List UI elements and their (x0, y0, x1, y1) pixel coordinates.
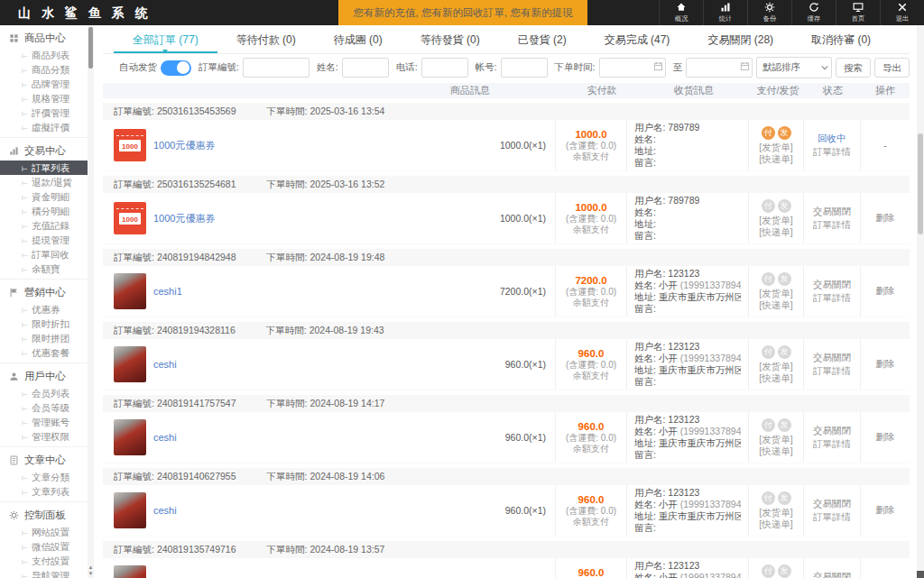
tab[interactable]: 等待發貨 (0) (402, 28, 499, 53)
topbar-action-stats[interactable]: 统计 (703, 0, 747, 25)
sidebar-item[interactable]: ⊢会员等级 (0, 400, 88, 415)
order-detail-link[interactable]: 訂單詳情 (813, 291, 851, 305)
product-name-link[interactable]: 1000元優惠券 (153, 139, 215, 152)
sidebar-item[interactable]: ⊢充值記錄 (0, 218, 88, 233)
order-detail-link[interactable]: 訂單詳情 (813, 510, 851, 524)
topbar-action-overview[interactable]: 概况 (659, 0, 703, 25)
express-link[interactable]: [快递单] (759, 518, 792, 530)
bar-chart-icon (9, 146, 19, 156)
account-input[interactable] (501, 58, 548, 78)
auto-ship-toggle[interactable] (161, 60, 191, 76)
order-detail-link[interactable]: 訂單詳情 (813, 218, 851, 232)
sidebar-item[interactable]: ⊢会员列表 (0, 386, 88, 400)
sidebar-item[interactable]: ⊢規格管理 (0, 91, 88, 106)
scroll-up-icon[interactable]: ▲ (88, 564, 94, 571)
express-link[interactable]: [快递单] (759, 299, 792, 311)
scroll-down-icon[interactable]: ▼ (88, 571, 94, 577)
sidebar-item[interactable]: ⊢訂單回收 (0, 247, 88, 261)
sidebar-section-header[interactable]: 用戶中心 (0, 367, 88, 386)
name-input[interactable] (342, 58, 389, 78)
sidebar-item[interactable]: ⊢評價管理 (0, 106, 88, 120)
notification-banner[interactable]: 您有新的充值, 您有新的回收訂單, 您有新的提現 (338, 0, 587, 25)
tab[interactable]: 已發貨 (2) (499, 28, 586, 53)
ship-order-link[interactable]: [发货单] (759, 507, 792, 518)
express-link[interactable]: [快递单] (759, 153, 792, 165)
sidebar-item[interactable]: ⊢文章列表 (0, 484, 88, 499)
delete-link[interactable]: 删除 (876, 285, 895, 298)
tree-tick-icon: ⊢ (22, 350, 28, 358)
product-name-link[interactable]: 1000元優惠券 (153, 212, 215, 225)
order-detail-link[interactable]: 訂單詳情 (813, 364, 851, 378)
ship-order-link[interactable]: [发货单] (759, 215, 792, 226)
sidebar-item[interactable]: ⊢余額寶 (0, 261, 88, 276)
sidebar-section-header[interactable]: 交易中心 (0, 142, 88, 161)
product-name-link[interactable]: ceshi (153, 505, 177, 516)
sidebar-item[interactable]: ⊢虛擬評價 (0, 120, 88, 134)
sidebar-item[interactable]: ⊢支付設置 (0, 554, 88, 568)
sidebar-item[interactable]: ⊢微信設置 (0, 539, 88, 554)
product-name-link[interactable]: ceshi (153, 359, 177, 370)
topbar-action-homepage[interactable]: 首页 (836, 0, 880, 25)
topbar-action-backup[interactable]: 备份 (747, 0, 791, 25)
main-scrollbar[interactable] (917, 25, 924, 578)
sidebar-item[interactable]: ⊢訂單列表 (0, 161, 88, 175)
sidebar-scrollbar-thumb[interactable] (88, 27, 93, 69)
order-no-input[interactable] (243, 58, 310, 78)
tab[interactable]: 等待付款 (0) (217, 28, 315, 53)
user-info-line: 地址: 重庆市重庆市万州区河德镇名.. (634, 291, 741, 303)
sidebar-item[interactable]: ⊢積分明細 (0, 204, 88, 218)
sidebar-item[interactable]: ⊢优惠券 (0, 302, 88, 317)
sort-select[interactable]: 默認排序 (756, 57, 832, 78)
tab[interactable]: 取消待審 (0) (792, 28, 890, 53)
topbar-action-logout[interactable]: 退出 (880, 0, 924, 25)
export-button[interactable]: 导出 (874, 58, 910, 78)
sidebar-item[interactable]: ⊢文章分類 (0, 470, 88, 484)
main-scrollbar-thumb[interactable] (918, 133, 923, 234)
tab[interactable]: 交易關閉 (28) (688, 28, 792, 53)
phone-input[interactable] (421, 58, 468, 78)
delete-link[interactable]: 删除 (876, 212, 895, 225)
sidebar-item[interactable]: ⊢商品列表 (0, 48, 88, 62)
product-name-link[interactable]: ceshi1 (153, 286, 182, 297)
sidebar-section-header[interactable]: 文章中心 (0, 451, 88, 470)
sidebar-item[interactable]: ⊢优惠套餐 (0, 345, 88, 360)
ship-order-link[interactable]: [发货单] (759, 361, 792, 372)
sidebar-item[interactable]: ⊢商品分類 (0, 62, 88, 77)
express-link[interactable]: [快递单] (759, 372, 792, 384)
search-button[interactable]: 搜索 (836, 58, 871, 78)
pay-ship-cell: 付发[发货单][快递单] (748, 485, 803, 536)
sidebar-section-header[interactable]: 商品中心 (0, 29, 88, 48)
express-link[interactable]: [快递单] (759, 226, 792, 238)
sidebar-item[interactable]: ⊢品牌管理 (0, 77, 88, 91)
delete-link[interactable]: 删除 (876, 504, 895, 517)
topbar-action-cache[interactable]: 缓存 (791, 0, 836, 25)
sidebar-item[interactable]: ⊢提現管理 (0, 233, 88, 247)
sidebar-item[interactable]: ⊢网站設置 (0, 525, 88, 539)
ship-order-link[interactable]: [发货单] (759, 434, 792, 445)
product-name-link[interactable]: ceshi (153, 432, 177, 443)
tab[interactable]: 交易完成 (47) (586, 28, 689, 53)
order-detail-link[interactable]: 訂單詳情 (813, 145, 851, 159)
sidebar-item[interactable]: ⊢管理账号 (0, 415, 88, 429)
sidebar-section-header[interactable]: 營銷中心 (0, 283, 88, 302)
delete-link[interactable]: 删除 (876, 431, 895, 444)
sidebar-scrollbar[interactable]: ▲ ▼ (88, 25, 94, 578)
user-phone: (19991337894) (678, 426, 741, 436)
ship-order-link[interactable]: [发货单] (759, 142, 792, 153)
delete-link[interactable]: 删除 (876, 358, 895, 371)
express-link[interactable]: [快递单] (759, 445, 792, 457)
sidebar-item[interactable]: ⊢管理权限 (0, 429, 88, 444)
tab[interactable]: 待成團 (0) (315, 28, 402, 53)
order-status[interactable]: 回收中 (818, 132, 846, 145)
tab[interactable]: 全部訂單 (77) (114, 28, 217, 53)
order-detail-link[interactable]: 訂單詳情 (813, 437, 851, 451)
product-qty: 7200.0(×1) (500, 286, 555, 297)
sidebar-section-header[interactable]: 控制面板 (0, 506, 88, 525)
ship-order-link[interactable]: [发货单] (759, 288, 792, 299)
sidebar-item[interactable]: ⊢限时拼团 (0, 331, 88, 345)
user-info-label: 留言: (634, 522, 656, 533)
sidebar-item[interactable]: ⊢資金明細 (0, 189, 88, 204)
sidebar-item[interactable]: ⊢退款/退貨 (0, 175, 88, 189)
sidebar-item[interactable]: ⊢限时折扣 (0, 317, 88, 331)
sidebar-item[interactable]: ⊢导航管理 (0, 568, 88, 578)
